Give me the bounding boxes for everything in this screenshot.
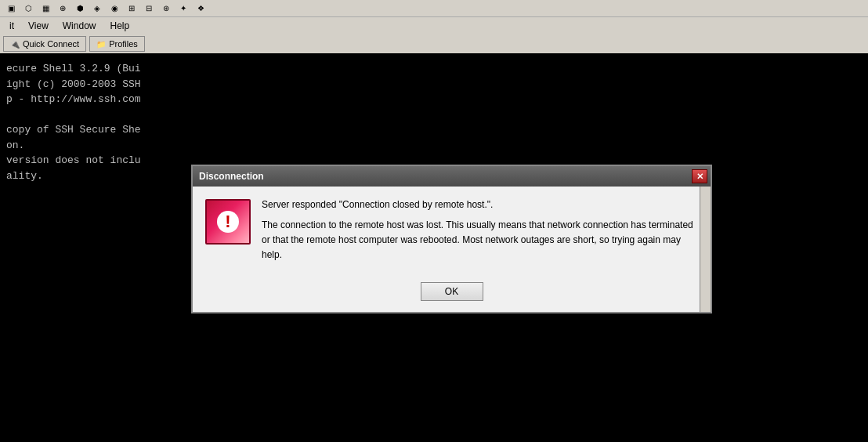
warning-icon xyxy=(205,199,251,245)
dialog-message-line2: The connection to the remote host was lo… xyxy=(262,218,698,263)
disconnection-dialog: Disconnection ✕ Server responded "Connec… xyxy=(191,165,712,313)
ok-button[interactable]: OK xyxy=(421,282,483,301)
warning-icon-area xyxy=(205,199,251,245)
dialog-close-button[interactable]: ✕ xyxy=(692,169,707,183)
dialog-titlebar: Disconnection ✕ xyxy=(193,166,711,187)
dialog-message-line1: Server responded "Connection closed by r… xyxy=(262,199,698,210)
dialog-text-area: Server responded "Connection closed by r… xyxy=(262,199,698,263)
dialog-body: Server responded "Connection closed by r… xyxy=(193,187,711,276)
dialog-scrollbar[interactable] xyxy=(700,187,711,312)
dialog-title: Disconnection xyxy=(199,171,264,182)
dialog-overlay: Disconnection ✕ Server responded "Connec… xyxy=(0,0,868,442)
dialog-footer: OK xyxy=(193,276,711,312)
